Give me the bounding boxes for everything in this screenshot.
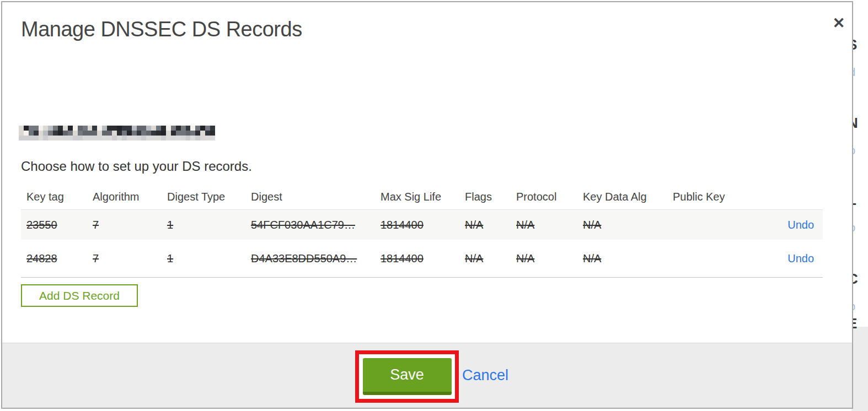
cell-flags: N/A	[465, 219, 516, 231]
cell-algorithm: 7	[93, 252, 167, 265]
annotation-highlight-rectangle: Save	[355, 350, 459, 403]
cell-key-tag: 24828	[26, 252, 93, 265]
save-button[interactable]: Save	[363, 358, 452, 395]
column-header-public-key: Public Key	[673, 191, 756, 203]
cell-protocol: N/A	[516, 252, 583, 265]
cell-digest-type: 1	[167, 219, 251, 231]
background-page-footer	[851, 327, 868, 411]
add-ds-record-button[interactable]: Add DS Record	[21, 284, 138, 307]
cancel-link[interactable]: Cancel	[462, 367, 508, 384]
modal-footer: Save Cancel	[2, 343, 852, 408]
cell-action: Undo	[756, 252, 814, 265]
column-header-key-data-alg: Key Data Alg	[583, 191, 673, 203]
column-header-key-tag: Key tag	[26, 191, 93, 203]
background-page-sliver: SdNoLoCoE	[851, 0, 868, 411]
cell-digest: 54FCF030AA1C79…	[251, 219, 381, 231]
column-header-max-sig-life: Max Sig Life	[381, 191, 465, 203]
table-row: 23550 7 1 54FCF030AA1C79… 1814400 N/A N/…	[21, 209, 823, 240]
cell-key-data-alg: N/A	[583, 252, 673, 265]
table-row: 24828 7 1 D4A33E8DD550A9… 1814400 N/A N/…	[21, 240, 823, 278]
ds-records-instruction: Choose how to set up your DS records.	[21, 159, 252, 174]
cell-algorithm: 7	[93, 219, 167, 231]
column-header-flags: Flags	[465, 191, 516, 203]
screen: SdNoLoCoE Manage DNSSEC DS Records ✕ Cho…	[0, 0, 868, 411]
close-icon[interactable]: ✕	[829, 13, 849, 33]
modal-title: Manage DNSSEC DS Records	[21, 18, 302, 41]
cell-key-data-alg: N/A	[583, 219, 673, 231]
column-header-protocol: Protocol	[516, 191, 583, 203]
cell-flags: N/A	[465, 252, 516, 265]
redacted-domain-name	[19, 126, 215, 140]
cell-key-tag: 23550	[26, 219, 93, 231]
cell-max-sig-life: 1814400	[381, 219, 465, 231]
column-header-digest: Digest	[251, 191, 381, 203]
dnssec-ds-records-modal: Manage DNSSEC DS Records ✕ Choose how to…	[1, 1, 853, 409]
cell-digest: D4A33E8DD550A9…	[251, 252, 381, 265]
cell-digest-type: 1	[167, 252, 251, 265]
cell-action: Undo	[756, 219, 814, 231]
column-header-algorithm: Algorithm	[93, 191, 167, 203]
undo-link[interactable]: Undo	[787, 219, 814, 231]
table-header-row: Key tag Algorithm Digest Type Digest Max…	[21, 184, 823, 209]
undo-link[interactable]: Undo	[787, 252, 814, 264]
ds-records-table: Key tag Algorithm Digest Type Digest Max…	[21, 184, 823, 278]
column-header-digest-type: Digest Type	[167, 191, 251, 203]
cell-protocol: N/A	[516, 219, 583, 231]
cell-max-sig-life: 1814400	[381, 252, 465, 265]
